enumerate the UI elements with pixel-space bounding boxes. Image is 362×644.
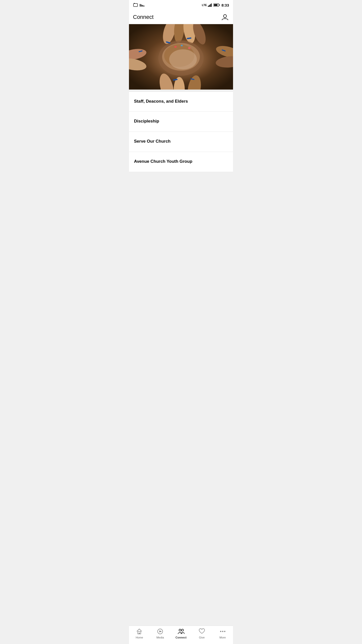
profile-icon [221, 14, 229, 21]
svg-rect-0 [133, 4, 138, 7]
connect-icon [177, 628, 185, 635]
hero-image-svg [129, 24, 233, 90]
list-item-discipleship[interactable]: Discipleship [129, 112, 233, 132]
svg-point-44 [179, 629, 181, 631]
svg-rect-9 [211, 4, 212, 7]
heart-icon [198, 628, 205, 635]
battery-icon [213, 3, 220, 7]
nav-item-media[interactable]: Media [150, 628, 171, 639]
home-icon [136, 628, 143, 635]
svg-rect-4 [142, 5, 143, 7]
svg-rect-7 [209, 5, 210, 7]
top-nav-bar: Connect [129, 10, 233, 24]
nav-label-connect: Connect [175, 636, 187, 639]
svg-point-48 [224, 631, 225, 632]
nav-item-home[interactable]: Home [129, 628, 150, 639]
nav-label-media: Media [156, 636, 164, 639]
profile-button[interactable] [221, 13, 229, 21]
bottom-navigation: Home Media Connect [129, 626, 233, 644]
svg-rect-6 [208, 6, 209, 7]
svg-marker-43 [159, 630, 162, 632]
svg-point-38 [181, 45, 183, 46]
svg-point-37 [174, 46, 177, 48]
svg-point-45 [182, 629, 184, 631]
nav-label-give: Give [199, 636, 205, 639]
list-item-serve[interactable]: Serve Our Church [129, 132, 233, 152]
wifi-icon [140, 3, 145, 7]
connect-list: Staff, Deacons, and Elders Discipleship … [129, 92, 233, 172]
svg-rect-3 [141, 5, 142, 7]
svg-point-47 [222, 631, 223, 632]
list-item-youth[interactable]: Avenue Church Youth Group [129, 152, 233, 172]
status-bar-right: LTE 8:33 [202, 3, 229, 7]
svg-rect-41 [139, 633, 140, 634]
page-title: Connect [133, 14, 154, 20]
lte-label: LTE [202, 4, 207, 7]
svg-point-30 [169, 49, 197, 69]
svg-rect-2 [140, 4, 141, 7]
list-item-staff[interactable]: Staff, Deacons, and Elders [129, 92, 233, 112]
svg-rect-11 [219, 5, 220, 6]
signal-icon [208, 3, 212, 7]
svg-rect-12 [214, 4, 217, 6]
nav-item-more[interactable]: More [212, 628, 233, 639]
svg-point-39 [188, 47, 191, 49]
nav-label-home: Home [136, 636, 143, 639]
svg-rect-5 [144, 6, 144, 7]
dots-icon [219, 628, 226, 635]
nav-item-give[interactable]: Give [191, 628, 212, 639]
svg-point-46 [220, 631, 221, 632]
time: 8:33 [221, 3, 229, 7]
nav-item-connect[interactable]: Connect [171, 628, 192, 639]
notification-icon [133, 3, 138, 7]
hero-image [129, 24, 233, 90]
nav-label-more: More [219, 636, 226, 639]
svg-rect-1 [134, 3, 135, 4]
svg-point-13 [223, 15, 227, 18]
play-icon [157, 628, 164, 635]
status-bar: LTE 8:33 [129, 0, 233, 10]
svg-rect-8 [210, 4, 211, 7]
status-bar-left [133, 3, 145, 7]
